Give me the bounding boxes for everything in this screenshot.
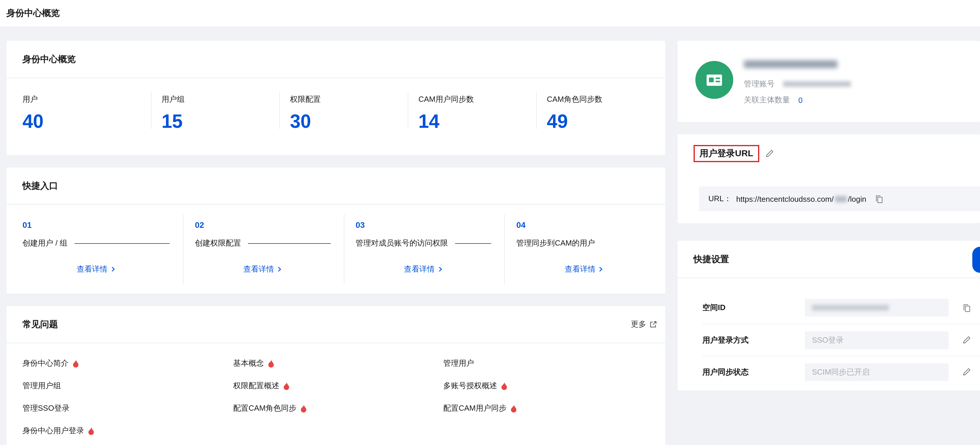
redacted-account-name	[744, 60, 837, 68]
setting-label: 空间ID	[702, 302, 805, 313]
quick-settings-header: 快捷设置	[678, 241, 980, 278]
faq-link-label: 管理用户	[443, 358, 474, 369]
step-title-row: 管理同步到CAM的用户	[516, 238, 652, 248]
step-number: 02	[195, 220, 331, 230]
stat-label: 用户组	[162, 94, 279, 105]
url-suffix: /login	[848, 194, 866, 203]
stat-value: 14	[418, 110, 536, 133]
step-title-row: 管理对成员账号的访问权限	[356, 238, 492, 248]
id-card-icon	[704, 70, 724, 90]
faq-link[interactable]: 权限配置概述	[233, 375, 443, 397]
step-number: 04	[516, 220, 652, 230]
management-account-row: 管理账号	[744, 79, 851, 89]
setting-row-space-id: 空间ID	[702, 292, 980, 324]
red-highlight-box: 用户登录URL	[694, 145, 759, 162]
faq-link[interactable]: 配置CAM角色同步	[233, 397, 443, 420]
edit-login-url-button[interactable]	[765, 149, 774, 158]
faq-link[interactable]: 管理用户	[443, 352, 665, 375]
redacted-space-id-value	[812, 305, 889, 311]
stat-users: 用户 40	[22, 78, 151, 133]
faq-column: 基本概念 权限配置概述 配置CAM角色同步	[233, 352, 443, 442]
faq-more-link[interactable]: 更多	[631, 319, 657, 330]
page-title: 身份中心概览	[6, 8, 60, 19]
faq-link[interactable]: 配置CAM用户同步	[443, 397, 665, 420]
stat-label: 用户	[22, 94, 151, 105]
view-details-link[interactable]: 查看详情	[22, 264, 170, 275]
url-label: URL：	[708, 194, 732, 204]
redacted-url-segment	[835, 195, 847, 202]
stat-label: 权限配置	[290, 94, 408, 105]
feedback-tab[interactable]	[972, 247, 980, 273]
copy-url-button[interactable]	[875, 194, 883, 203]
step-connector-line	[75, 243, 170, 243]
step-number: 03	[356, 220, 492, 230]
flame-icon	[72, 359, 79, 367]
view-details-label: 查看详情	[76, 264, 107, 275]
faq-link[interactable]: 身份中心简介	[22, 352, 233, 375]
setting-label: 用户登录方式	[702, 335, 805, 345]
view-details-link[interactable]: 查看详情	[195, 264, 331, 275]
copy-space-id-button[interactable]	[962, 303, 971, 312]
faq-link-label: 身份中心简介	[22, 358, 68, 369]
chevron-right-icon	[598, 266, 604, 272]
sync-status-value: SCIM同步已开启	[812, 367, 870, 377]
chevron-right-icon	[276, 266, 282, 272]
space-id-value-box	[805, 299, 949, 316]
step-connector-line	[248, 243, 331, 243]
faq-link-label: 基本概念	[233, 358, 264, 369]
topbar: 身份中心概览	[0, 0, 980, 27]
faq-link-label: 配置CAM用户同步	[443, 403, 507, 414]
steps-row: 01 创建用户 / 组 查看详情 02 创建权限配置 查看详情	[6, 205, 665, 294]
faq-column: 管理用户 多账号授权概述 配置CAM用户同步	[443, 352, 665, 442]
faq-link[interactable]: 身份中心用户登录	[22, 420, 233, 442]
flame-icon	[88, 427, 95, 435]
stat-value: 30	[290, 110, 408, 133]
login-url-value-box: URL： https://tencentcloudsso.com/ /login	[699, 186, 980, 211]
pencil-icon	[962, 367, 971, 377]
quick-settings-title: 快捷设置	[694, 254, 729, 265]
faq-link-label: 管理用户组	[22, 380, 61, 391]
setting-label: 用户同步状态	[702, 367, 805, 377]
setting-row-login-method: 用户登录方式 SSO登录	[702, 324, 980, 356]
stat-value: 40	[22, 110, 151, 133]
stats-row: 用户 40 用户组 15 权限配置 30 CAM用户同步数 14 CAM角色同步…	[6, 78, 665, 133]
redacted-management-account-value	[783, 81, 851, 87]
edit-sync-status-button[interactable]	[962, 367, 971, 377]
step-title: 创建用户 / 组	[22, 238, 67, 248]
faq-link-label: 配置CAM角色同步	[233, 403, 296, 414]
overview-card-header: 身份中心概览	[6, 41, 665, 78]
faq-link[interactable]: 管理SSO登录	[22, 397, 233, 420]
edit-login-method-button[interactable]	[962, 335, 971, 345]
stat-value: 49	[547, 110, 665, 133]
view-details-link[interactable]: 查看详情	[516, 264, 652, 275]
login-url-header: 用户登录URL	[678, 134, 980, 162]
management-account-label: 管理账号	[744, 79, 775, 89]
stat-label: CAM角色同步数	[547, 94, 665, 105]
step-number: 01	[22, 220, 170, 230]
view-details-link[interactable]: 查看详情	[356, 264, 492, 275]
faq-more-label: 更多	[631, 319, 646, 330]
step-manage-cam-synced-users: 04 管理同步到CAM的用户 查看详情	[504, 205, 665, 294]
faq-link-label: 权限配置概述	[233, 380, 279, 391]
copy-icon	[875, 194, 883, 203]
associated-entities-count[interactable]: 0	[798, 95, 802, 105]
faq-link[interactable]: 管理用户组	[22, 375, 233, 397]
login-method-value-box: SSO登录	[805, 331, 949, 349]
step-title: 管理同步到CAM的用户	[516, 238, 595, 248]
external-link-icon	[649, 320, 657, 328]
flame-icon	[501, 382, 508, 390]
copy-icon	[962, 303, 971, 312]
view-details-label: 查看详情	[243, 264, 274, 275]
chevron-right-icon	[437, 266, 443, 272]
view-details-label: 查看详情	[565, 264, 595, 275]
quick-entry-card-title: 快捷入口	[22, 180, 58, 191]
faq-link[interactable]: 多账号授权概述	[443, 375, 665, 397]
faq-link[interactable]: 基本概念	[233, 352, 443, 375]
flame-icon	[283, 382, 290, 390]
account-avatar	[695, 61, 733, 99]
chevron-right-icon	[110, 266, 116, 272]
setting-row-sync-status: 用户同步状态 SCIM同步已开启	[702, 356, 980, 388]
login-method-value: SSO登录	[812, 335, 843, 345]
login-url-card: 用户登录URL URL： https://tencentcloudsso.com…	[678, 134, 980, 223]
faq-links: 身份中心简介 管理用户组 管理SSO登录 身份中心用户登录 基本概念	[6, 343, 665, 442]
